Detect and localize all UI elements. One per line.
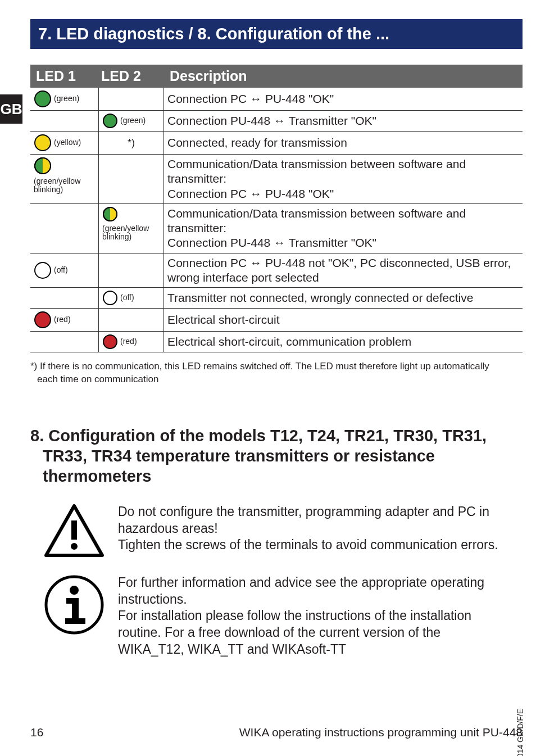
cell-led1	[30, 332, 99, 352]
cell-led2: (red)	[99, 332, 164, 352]
led-icon	[34, 311, 52, 329]
cell-led1	[30, 111, 99, 131]
svg-point-0	[35, 91, 51, 107]
led-label: (off)	[54, 266, 68, 274]
table-row: (off)Transmitter not connected, wrongly …	[30, 288, 523, 309]
warning-icon	[44, 504, 105, 558]
cell-led2: (green)	[99, 111, 164, 131]
led-label: (yellow)	[54, 138, 81, 147]
svg-point-8	[103, 291, 117, 305]
led-label: (red)	[54, 315, 71, 324]
cell-description: Connection PC ↔ PU-448 not "OK", PC disc…	[164, 253, 523, 288]
cell-description: Connected, ready for transmission	[164, 132, 523, 154]
table-row: (green/yellow blinking)Communication/Dat…	[30, 204, 523, 253]
cell-led2	[99, 88, 164, 110]
table-body: (green)Connection PC ↔ PU-448 "OK" (gree…	[30, 88, 523, 352]
cell-description: Connection PU-448 ↔ Transmitter "OK"	[164, 111, 523, 131]
svg-point-10	[103, 335, 117, 348]
table-row: (off)Connection PC ↔ PU-448 not "OK", PC…	[30, 253, 523, 288]
led-icon	[102, 334, 118, 350]
cell-led2	[99, 309, 164, 331]
cell-description: Transmitter not connected, wrongly conne…	[164, 288, 523, 308]
warning-block: Do not configure the transmitter, progra…	[44, 504, 506, 558]
led-icon	[102, 206, 118, 222]
info-block: For further information and advice see t…	[44, 574, 506, 658]
cell-description: Electrical short-circuit, communication …	[164, 332, 523, 352]
cell-led1: (green)	[30, 88, 99, 110]
footer-title: WIKA operating instructions programming …	[239, 726, 523, 739]
cell-led2: *)	[99, 132, 164, 154]
cell-led1	[30, 288, 99, 308]
led-icon	[34, 261, 52, 279]
table-header-row: LED 1 LED 2 Description	[30, 65, 523, 88]
info-icon	[44, 574, 105, 635]
led-label: (off)	[120, 293, 134, 302]
cell-description: Communication/Data transmission between …	[164, 204, 523, 253]
led-icon	[102, 290, 118, 306]
cell-description: Electrical short-circuit	[164, 309, 523, 331]
col-header-led1: LED 1	[30, 65, 99, 88]
table-row: (green)Connection PC ↔ PU-448 "OK"	[30, 88, 523, 111]
led-icon	[102, 113, 118, 129]
section-header: 7. LED diagnostics / 8. Configuration of…	[30, 19, 523, 49]
svg-point-1	[103, 114, 117, 128]
cell-led2	[99, 155, 164, 203]
table-row: (red)Electrical short-circuit, communica…	[30, 332, 523, 352]
led-icon	[34, 157, 52, 175]
led-icon	[34, 134, 52, 152]
table-row: (yellow)*)Connected, ready for transmiss…	[30, 132, 523, 155]
led-label: (green)	[54, 94, 79, 103]
warning-text: Do not configure the transmitter, progra…	[118, 504, 506, 554]
cell-led1	[30, 204, 99, 253]
table-row: (green)Connection PU-448 ↔ Transmitter "…	[30, 111, 523, 132]
section8-heading: Configuration of the models T12, T24, TR…	[43, 427, 487, 486]
page-number: 16	[30, 726, 43, 739]
info-text: For further information and advice see t…	[118, 574, 506, 658]
language-tab: GB	[0, 94, 22, 124]
svg-point-2	[35, 135, 51, 151]
svg-rect-18	[65, 618, 85, 624]
col-header-desc: Description	[164, 65, 523, 88]
cell-description: Communication/Data transmission between …	[164, 155, 523, 203]
led-label: (green)	[120, 116, 146, 125]
cell-led2: (off)	[99, 288, 164, 308]
svg-rect-17	[72, 598, 79, 622]
cell-led1: (off)	[30, 253, 99, 288]
led-icon	[34, 90, 52, 108]
svg-point-7	[35, 262, 51, 278]
footnote: *) If there is no communication, this LE…	[30, 360, 506, 386]
footer: 16 WIKA operating instructions programmi…	[30, 726, 523, 739]
led-label: (green/yellow blinking)	[102, 224, 160, 242]
cell-led2	[99, 253, 164, 288]
led-label: (red)	[120, 337, 137, 346]
cell-led1: (green/yellow blinking)	[30, 155, 99, 203]
table-row: (red)Electrical short-circuit	[30, 309, 523, 332]
table-row: (green/yellow blinking)Communication/Dat…	[30, 155, 523, 204]
svg-point-9	[35, 312, 51, 328]
svg-rect-12	[71, 520, 77, 540]
cell-led1: (red)	[30, 309, 99, 331]
section8-number: 8.	[30, 427, 44, 445]
led-table: LED 1 LED 2 Description (green)Connectio…	[30, 65, 523, 352]
col-header-led2: LED 2	[99, 65, 164, 88]
led-label: (green/yellow blinking)	[34, 177, 95, 194]
section8-title: 8. Configuration of the models T12, T24,…	[43, 425, 506, 487]
cell-led1: (yellow)	[30, 132, 99, 154]
cell-led2: (green/yellow blinking)	[99, 204, 164, 253]
cell-description: Connection PC ↔ PU-448 "OK"	[164, 88, 523, 110]
svg-point-13	[71, 543, 78, 550]
svg-point-15	[70, 586, 79, 595]
